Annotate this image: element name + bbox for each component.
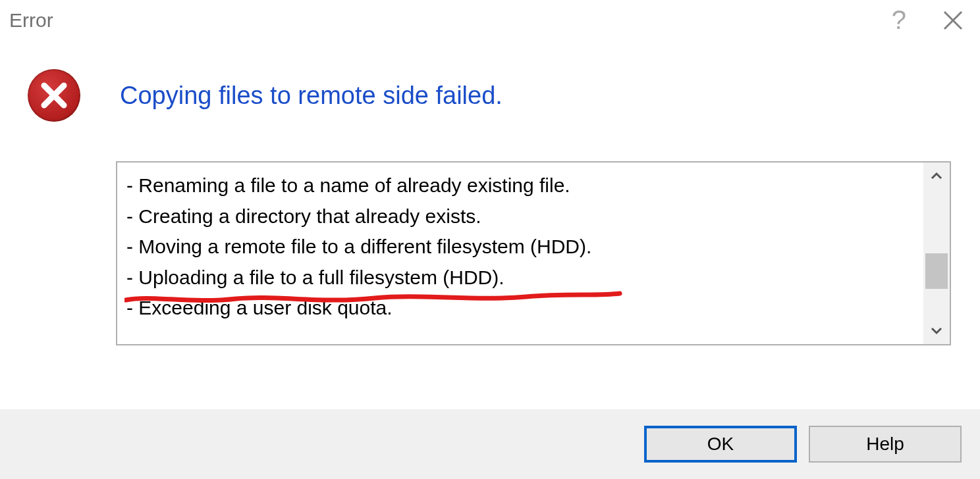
- error-icon: [28, 69, 80, 122]
- dialog-content: Copying files to remote side failed. - R…: [0, 43, 980, 409]
- chevron-down-icon: [931, 327, 942, 335]
- error-dialog: Error ? Copying files to remote side fai…: [0, 0, 980, 479]
- detail-line: - Uploading a file to a full filesystem …: [126, 263, 914, 293]
- close-icon[interactable]: [942, 9, 964, 32]
- dialog-footer: OK Help: [0, 409, 980, 479]
- detail-box: - Renaming a file to a name of already e…: [116, 161, 951, 345]
- detail-wrap: - Renaming a file to a name of already e…: [116, 161, 951, 345]
- scrollbar[interactable]: [923, 163, 950, 344]
- scroll-down-button[interactable]: [923, 318, 950, 344]
- titlebar: Error ?: [0, 0, 980, 43]
- detail-line: - Renaming a file to a name of already e…: [126, 170, 914, 201]
- scroll-thumb[interactable]: [925, 253, 948, 289]
- detail-line: - Moving a remote file to a different fi…: [126, 232, 914, 263]
- error-headline: Copying files to remote side failed.: [120, 82, 503, 110]
- ok-button[interactable]: OK: [644, 426, 797, 463]
- detail-line: - Exceeding a user disk quota.: [126, 293, 914, 324]
- scroll-track[interactable]: [923, 189, 950, 318]
- detail-text: - Renaming a file to a name of already e…: [117, 163, 923, 344]
- help-icon[interactable]: ?: [892, 5, 906, 35]
- error-header: Copying files to remote side failed.: [18, 69, 962, 122]
- titlebar-buttons: ?: [892, 5, 971, 35]
- window-title: Error: [9, 9, 53, 32]
- scroll-up-button[interactable]: [923, 163, 950, 189]
- chevron-up-icon: [931, 172, 942, 180]
- detail-line: - Creating a directory that already exis…: [126, 201, 914, 232]
- help-button[interactable]: Help: [809, 426, 962, 463]
